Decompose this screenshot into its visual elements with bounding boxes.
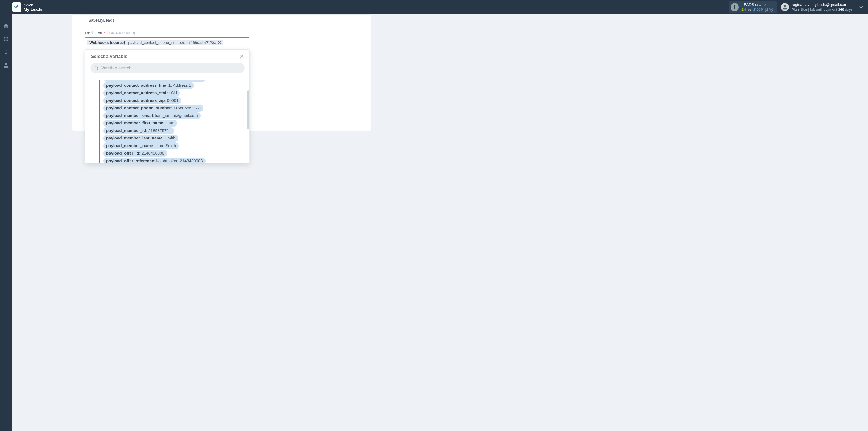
recipient-label: Recipient * (14840000000): [85, 30, 135, 35]
usage-pct: (1%): [764, 7, 773, 11]
account-email: regina.savemyleads@gmail.com: [792, 2, 852, 7]
variable-value: : 2185375721: [146, 128, 171, 133]
recipient-input[interactable]: Webhooks (source) | payload_contact_phon…: [85, 37, 249, 48]
variable-option[interactable]: payload_member_first_name: Liam: [103, 120, 246, 127]
variable-option[interactable]: payload_contact_address_line_1: Address …: [103, 82, 246, 89]
variable-value: : Address 1: [171, 83, 191, 88]
variable-search[interactable]: [90, 63, 245, 73]
variable-key: payload_member_email: [106, 113, 153, 118]
dropdown-title: Select a variable: [91, 54, 127, 59]
account-days-num: 360: [838, 7, 844, 11]
topbar: Save My Leads. i LEADS usage: 24 of 2'00…: [0, 0, 868, 14]
brand-line2: My Leads.: [24, 7, 43, 12]
brand-name: Save My Leads.: [24, 3, 43, 12]
hamburger-icon: [3, 5, 9, 9]
variable-value: : GU: [169, 90, 177, 95]
chip-value: «+16505550123»: [186, 40, 216, 45]
account-text: regina.savemyleads@gmail.com Plan |Start…: [792, 2, 852, 12]
app-logo[interactable]: [12, 2, 22, 12]
variable-value: : Liam Smith: [153, 143, 176, 148]
variable-option[interactable]: payload_offer_id: 2148480008: [103, 150, 246, 157]
variable-key: payload_offer_reference: [106, 158, 154, 163]
usage-text: LEADS usage: 24 of 2'000 (1%): [742, 2, 773, 12]
nav-home[interactable]: [3, 23, 9, 29]
variable-value: : 2148480008: [139, 151, 164, 155]
variable-key: payload_contact_address_zip: [106, 98, 165, 103]
usage-values: 24 of 2'000 (1%): [742, 7, 773, 12]
variable-key: payload_contact_address_state: [106, 90, 169, 95]
variable-key: payload_contact_address_line_1: [106, 83, 171, 88]
variable-value: : liam_smith@gmail.com: [153, 113, 198, 118]
avatar-icon: [781, 3, 789, 11]
variable-search-input[interactable]: [101, 66, 241, 70]
variable-value: : +16505550123: [171, 105, 200, 110]
variable-value: : kajabi_offer_2148480008: [154, 158, 203, 163]
variable-value: : Liam: [163, 121, 175, 125]
recipient-hint: (14840000000): [107, 30, 135, 35]
nav-integrations[interactable]: [3, 36, 9, 42]
main-stage: Recipient * (14840000000) Webhooks (sour…: [12, 14, 868, 431]
variable-key: payload_member_name: [106, 143, 153, 148]
dropdown-close-icon[interactable]: ✕: [240, 54, 244, 60]
variable-option[interactable]: payload_offer_reference: kajabi_offer_21…: [103, 158, 246, 163]
variable-key: payload_member_id: [106, 128, 146, 133]
variable-key: payload_member_first_name: [106, 121, 163, 125]
required-asterisk: *: [104, 30, 106, 35]
menu-button[interactable]: [0, 0, 12, 14]
variable-option[interactable]: payload_contact_address_zip: 00001: [103, 97, 246, 104]
name-input[interactable]: [85, 15, 249, 25]
variable-option[interactable]: payload_member_last_name: Smith: [103, 135, 246, 142]
chip-source: Webhooks (source): [89, 40, 125, 45]
nav-profile[interactable]: [3, 62, 9, 69]
nav-billing[interactable]: [3, 49, 9, 56]
variable-key: payload_offer_id: [106, 151, 139, 155]
dropdown-scrollbar[interactable]: [247, 90, 249, 129]
info-icon: i: [731, 3, 739, 11]
variable-option[interactable]: payload_member_name: Liam Smith: [103, 143, 246, 150]
usage-label: LEADS usage:: [742, 2, 773, 7]
variable-dropdown: Select a variable ✕: [85, 50, 250, 163]
variable-key: payload_member_last_name: [106, 135, 162, 140]
variable-option[interactable]: payload_member_id: 2185375721: [103, 127, 246, 134]
variable-list[interactable]: payload_contact_address_line_1: Address …: [85, 81, 249, 163]
variable-value: : Smith: [162, 135, 175, 140]
usage-of-word: of: [747, 7, 752, 11]
brand-line1: Save: [24, 2, 33, 7]
account-dropdown-toggle[interactable]: [856, 6, 866, 8]
integration-card: Recipient * (14840000000) Webhooks (sour…: [72, 14, 371, 131]
variable-key: payload_contact_phone_number: [106, 105, 171, 110]
variable-value: : 00001: [165, 98, 178, 103]
usage-total: 2'000: [753, 7, 763, 11]
chip-remove-icon[interactable]: ✕: [218, 40, 221, 45]
leads-usage-box[interactable]: i LEADS usage: 24 of 2'000 (1%): [729, 1, 777, 13]
variable-option[interactable]: payload_member_email: liam_smith@gmail.c…: [103, 112, 246, 119]
check-icon: [14, 4, 20, 10]
account-plan: Plan |Start| left until payment 360 days: [792, 7, 852, 12]
account-days-word: days: [845, 7, 852, 11]
variable-chip[interactable]: Webhooks (source) | payload_contact_phon…: [87, 40, 223, 45]
variable-option[interactable]: [103, 81, 246, 82]
search-icon: [94, 66, 99, 70]
account-area[interactable]: regina.savemyleads@gmail.com Plan |Start…: [781, 2, 852, 12]
left-nav: [0, 14, 12, 431]
variable-option[interactable]: payload_contact_address_state: GU: [103, 90, 246, 97]
usage-used: 24: [742, 7, 746, 11]
chip-field: payload_contact_phone_number:: [128, 40, 185, 45]
variable-option[interactable]: payload_contact_phone_number: +165055501…: [103, 104, 246, 112]
chevron-down-icon: [859, 5, 863, 8]
